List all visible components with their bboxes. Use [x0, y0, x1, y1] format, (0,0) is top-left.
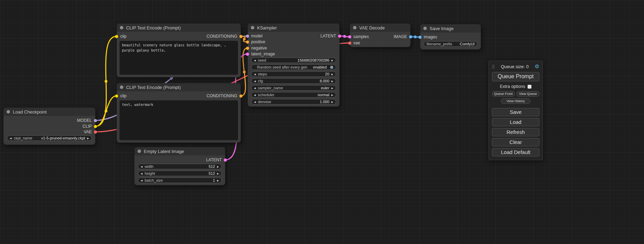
input-port-latent-image: latent_image	[246, 52, 275, 56]
decrement-arrow-icon[interactable]: ◀	[254, 94, 256, 96]
decrement-arrow-icon[interactable]: ◀	[254, 59, 256, 62]
node-clip-text-encode-positive[interactable]: CLIP Text Encode (Prompt) clip CONDITION…	[117, 24, 241, 77]
model-input-dot[interactable]	[246, 35, 249, 38]
load-button[interactable]: Load	[492, 118, 539, 126]
width-widget[interactable]: ◀ width 512 ▶	[138, 164, 222, 169]
output-port-clip: CLIP	[82, 124, 97, 129]
decrement-arrow-icon[interactable]: ◀	[254, 87, 256, 89]
conditioning-output-dot[interactable]	[239, 35, 242, 38]
height-widget[interactable]: ◀ height 512 ▶	[138, 171, 222, 176]
save-button[interactable]: Save	[492, 108, 539, 116]
view-queue-button[interactable]: View Queue	[517, 91, 539, 97]
decrement-arrow-icon[interactable]: ◀	[141, 172, 142, 175]
collapse-dot-icon[interactable]	[7, 110, 10, 114]
decrement-arrow-icon[interactable]: ◀	[254, 73, 256, 75]
load-default-button[interactable]: Load Default	[492, 148, 539, 156]
port-label: MODEL	[77, 118, 92, 123]
node-title-bar[interactable]: VAE Decode	[350, 24, 411, 32]
increment-arrow-icon[interactable]: ▶	[332, 94, 333, 96]
widget-name: filename_prefix	[426, 42, 452, 46]
node-vae-decode[interactable]: VAE Decode samples vae IMAGE	[350, 24, 411, 47]
seed-widget[interactable]: ◀ seed 156680208700286 ▶	[251, 57, 336, 63]
increment-arrow-icon[interactable]: ▶	[217, 172, 219, 175]
drag-handle-icon[interactable]: ⣿	[492, 64, 495, 69]
widget-name: height	[144, 171, 155, 175]
decrement-arrow-icon[interactable]: ◀	[254, 101, 256, 103]
model-output-dot[interactable]	[94, 119, 97, 122]
increment-arrow-icon[interactable]: ▶	[332, 87, 333, 89]
latent-output-dot[interactable]	[224, 159, 227, 162]
node-ksampler[interactable]: KSampler model positive negative latent_…	[248, 24, 339, 107]
images-input-dot[interactable]	[418, 36, 422, 39]
node-title-bar[interactable]: Empty Latent Image	[134, 147, 225, 155]
settings-gear-icon[interactable]: ⚙	[535, 63, 539, 70]
increment-arrow-icon[interactable]: ▶	[332, 59, 333, 62]
collapse-dot-icon[interactable]	[120, 85, 123, 89]
decrement-arrow-icon[interactable]: ◀	[141, 165, 142, 168]
collapse-dot-icon[interactable]	[138, 150, 141, 153]
widget-value: 8.000	[320, 79, 329, 83]
clip-input-dot[interactable]	[115, 94, 118, 98]
latent-output-dot[interactable]	[338, 35, 341, 38]
increment-arrow-icon[interactable]: ▶	[217, 165, 219, 168]
ckpt-name-widget[interactable]: ◀ ckpt_name v1-5-pruned-emaonly.ckpt ▶	[7, 135, 92, 141]
node-title-bar[interactable]: Load Checkpoint	[3, 108, 95, 116]
node-clip-text-encode-negative[interactable]: CLIP Text Encode (Prompt) clip CONDITION…	[117, 83, 241, 143]
cfg-widget[interactable]: ◀ cfg 8.000 ▶	[251, 78, 336, 84]
extra-options-checkbox[interactable]	[528, 85, 531, 89]
node-title: VAE Decode	[359, 25, 385, 30]
widget-name: cfg	[258, 79, 263, 83]
widget-name: batch_size	[144, 178, 163, 182]
node-title-bar[interactable]: Save Image	[420, 24, 481, 33]
sampler-name-widget[interactable]: ◀ sampler_name euler ▶	[251, 85, 336, 91]
batch-size-widget[interactable]: ◀ batch_size 1 ▶	[138, 178, 222, 183]
node-title-bar[interactable]: CLIP Text Encode (Prompt)	[117, 83, 241, 91]
image-output-dot[interactable]	[409, 35, 412, 38]
samples-input-dot[interactable]	[348, 35, 351, 38]
vae-output-dot[interactable]	[94, 130, 97, 134]
clip-input-dot[interactable]	[115, 35, 118, 38]
filename-prefix-widget[interactable]: filename_prefix ComfyUI	[424, 41, 477, 47]
node-empty-latent-image[interactable]: Empty Latent Image LATENT ◀ width 512 ▶ …	[134, 147, 225, 185]
increment-arrow-icon[interactable]: ▶	[332, 101, 333, 103]
latent-image-input-dot[interactable]	[246, 53, 249, 56]
increment-arrow-icon[interactable]: ▶	[332, 80, 333, 82]
collapse-dot-icon[interactable]	[120, 26, 123, 29]
node-title-bar[interactable]: CLIP Text Encode (Prompt)	[117, 24, 241, 32]
clear-button[interactable]: Clear	[492, 138, 539, 146]
node-load-checkpoint[interactable]: Load Checkpoint MODEL CLIP VAE ◀ ckpt_na…	[3, 108, 95, 145]
view-history-button[interactable]: View History	[501, 98, 530, 104]
output-port-model: MODEL	[77, 118, 97, 123]
positive-input-dot[interactable]	[246, 40, 249, 44]
denoise-widget[interactable]: ◀ denoise 1.000 ▶	[251, 99, 336, 105]
clip-output-dot[interactable]	[94, 125, 97, 128]
node-save-image[interactable]: Save Image images filename_prefix ComfyU…	[420, 24, 481, 49]
node-title: Load Checkpoint	[13, 109, 47, 115]
decrement-arrow-icon[interactable]: ◀	[141, 179, 142, 182]
input-port-clip: clip	[115, 93, 126, 98]
negative-prompt-textarea[interactable]: text, watermark	[120, 100, 238, 140]
collapse-dot-icon[interactable]	[251, 26, 254, 29]
increment-arrow-icon[interactable]: ▶	[217, 179, 219, 182]
conditioning-output-dot[interactable]	[239, 94, 242, 98]
node-title-bar[interactable]: KSampler	[248, 24, 339, 32]
queue-prompt-button[interactable]: Queue Prompt	[492, 72, 539, 81]
scheduler-widget[interactable]: ◀ scheduler normal ▶	[251, 92, 336, 98]
decrement-arrow-icon[interactable]: ◀	[254, 80, 256, 82]
queue-front-button[interactable]: Queue Front	[492, 91, 515, 97]
refresh-button[interactable]: Refresh	[492, 128, 539, 136]
collapse-dot-icon[interactable]	[423, 27, 427, 30]
steps-widget[interactable]: ◀ steps 20 ▶	[251, 71, 336, 77]
toggle-dot-icon[interactable]	[330, 66, 333, 69]
extra-options-label: Extra options	[500, 84, 525, 89]
widget-name: denoise	[258, 100, 271, 104]
input-port-samples: samples	[348, 34, 369, 39]
collapse-dot-icon[interactable]	[353, 26, 356, 29]
negative-input-dot[interactable]	[246, 47, 249, 50]
random-seed-toggle-widget[interactable]: Random seed after every gen enabled	[251, 64, 336, 70]
decrement-arrow-icon[interactable]: ◀	[10, 137, 11, 139]
increment-arrow-icon[interactable]: ▶	[87, 137, 89, 139]
vae-input-dot[interactable]	[348, 42, 351, 45]
positive-prompt-textarea[interactable]: beautiful scenery nature glass bottle la…	[120, 41, 238, 75]
increment-arrow-icon[interactable]: ▶	[332, 73, 333, 75]
